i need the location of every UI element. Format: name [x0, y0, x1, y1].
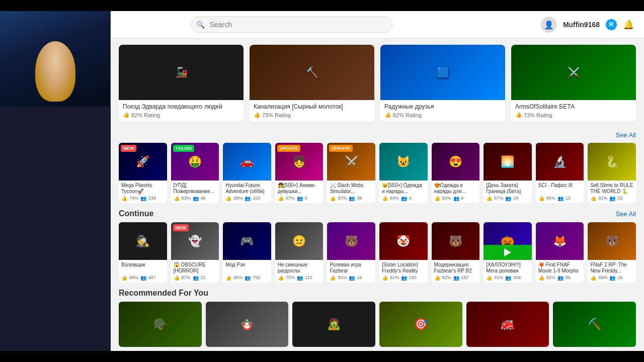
featured-game-card[interactable]: 🌅 [День Заката] Граница (Бета) 👍 57% 👥 2… — [484, 143, 532, 203]
player-count: 197 — [461, 275, 469, 281]
player-icon: 👥 — [401, 275, 407, 281]
game-info: Mega Planets Tycoon🚀[НОВОЙ] 👍 74% 👥 239 — [119, 180, 167, 203]
rating-up-icon: 👍 — [382, 196, 388, 201]
continue-game-card[interactable]: 🕵️ Взломщик 👍 89% 👥 487 — [119, 222, 167, 283]
continue-see-all[interactable]: See All — [616, 210, 636, 218]
game-title: 👧[500+] Аниме-девушки... — [278, 183, 321, 195]
continue-game-card[interactable]: 🎮 Мод Рэя 👍 88% 👥 702 — [223, 222, 271, 283]
featured-game-card[interactable]: 🐍 Sell Slime to RULE THE WORLD 🐍 👍 91% 👥… — [588, 143, 636, 203]
recommended-game-card[interactable]: 🧟 — [292, 302, 375, 347]
featured-game-card[interactable]: 🚗 Hyundai Future Adventure (обби) 👍 88% … — [223, 143, 271, 203]
game-thumbnail: NEW 🚀 — [119, 143, 167, 180]
game-thumbnail: UPDATE 👧 — [275, 143, 324, 180]
player-count: 6 — [461, 196, 464, 201]
rating-value: 88% — [233, 275, 243, 281]
featured-game-card[interactable]: 😺 😺[550+] Одежда и наряды... 👍 64% 👥 4 — [379, 143, 428, 203]
player-icon: 👥 — [557, 196, 564, 201]
rating-value: 69% — [598, 275, 607, 281]
featured-section-header: See All — [119, 131, 636, 139]
play-button[interactable] — [484, 245, 532, 260]
recommended-game-card[interactable]: 🚒 — [466, 302, 549, 347]
featured-game-card[interactable]: 😍 😍Одежда и наряды для... 👍 50% 👥 6 — [432, 143, 480, 203]
game-info: Взломщик 👍 89% 👥 487 — [119, 260, 167, 283]
recommended-game-card[interactable]: 🪖 — [119, 302, 202, 347]
game-thumbnail: 🐍 — [588, 143, 636, 180]
bell-icon[interactable]: 🔔 — [623, 19, 634, 30]
rating-value: 74% — [129, 196, 138, 201]
player-icon: 👥 — [297, 196, 303, 201]
top-game-card[interactable]: 🔨 Канализация [Сырный молоток] 👍 73% Rat… — [250, 45, 374, 121]
recommended-game-card[interactable]: ⛏️ — [553, 302, 636, 347]
game-title: ArmsOfSolitaire БЕТА — [515, 103, 632, 110]
game-title: Модернизация Fazbear's RP B2 — [434, 262, 477, 274]
rating-up-icon: 👍 — [590, 196, 596, 201]
game-meta: 👍 87% 👥 21 — [174, 275, 217, 281]
featured-game-card[interactable]: UPDATE 👧 👧[500+] Аниме-девушки... 👍 67% … — [275, 143, 324, 203]
featured-game-card[interactable]: UPDATE ⚔️ ⚔️ Slash Mobs Simulator... 👍 8… — [327, 143, 375, 203]
game-meta: 👍 89% 👥 487 — [121, 275, 165, 281]
featured-game-card[interactable]: 🔬 SCI - Пафос III 👍 66% 👥 13 — [536, 143, 584, 203]
player-count: 4 — [409, 196, 412, 201]
rating-up-icon: 👍 — [174, 196, 180, 201]
game-meta: 👍 83% 👥 46 — [174, 196, 217, 201]
top-game-card[interactable]: 🟦 Радужные друзья 👍 82% Rating — [380, 45, 505, 121]
game-meta: 👍 67% 👥 0 — [278, 196, 321, 201]
game-thumbnail: ⚔️ — [511, 45, 636, 100]
game-meta: 👍 69% 👥 16 — [590, 275, 633, 281]
top-game-card[interactable]: ⚔️ ArmsOfSolitaire БЕТА 👍 73% Rating — [511, 45, 636, 121]
featured-game-card[interactable]: +10,000 🤑 [УПД] Пожертвование... 👍 83% 👥… — [171, 143, 219, 203]
recommended-game-card[interactable]: 🪆 — [206, 302, 289, 347]
game-title: 🦊 Find FNAF Movie 1-9 Morphs — [538, 262, 582, 274]
continue-game-card[interactable]: 🎃 [ХАЛЛОУЭН!!!] Мега ролевая игра... 👍 9… — [484, 222, 532, 283]
game-thumbnail: 🎮 — [223, 222, 271, 260]
robux-icon[interactable]: R — [606, 19, 617, 30]
continue-game-card[interactable]: 🐻 Модернизация Fazbear's RP B2 👍 92% 👥 1… — [432, 222, 480, 283]
game-title: Мод Рэя — [225, 262, 269, 274]
featured-game-card[interactable]: NEW 🚀 Mega Planets Tycoon🚀[НОВОЙ] 👍 74% … — [119, 143, 167, 203]
game-badge: NEW — [173, 224, 189, 231]
continue-game-card[interactable]: 🦊 🦊 Find FNAF Movie 1-9 Morphs 👍 82% 👥 8… — [536, 222, 584, 283]
player-icon: 👥 — [245, 196, 251, 201]
game-info: ⚔️ Slash Mobs Simulator... 👍 87% 👥 38 — [327, 180, 375, 203]
rating-up-icon: 👍 — [434, 275, 440, 281]
game-title: [ХАЛЛОУЭН!!!] Мега ролевая игра... — [486, 262, 529, 274]
continue-game-card[interactable]: 🐻 Ролевая игра Fazbear 👍 91% 👥 16 — [327, 222, 375, 283]
rating-value: 91% — [494, 275, 503, 281]
game-thumbnail: UPDATE ⚔️ — [327, 143, 375, 180]
rating-value: 91% — [598, 196, 607, 201]
game-meta: 👍 88% 👥 702 — [225, 275, 269, 281]
recommended-game-card[interactable]: 🎯 — [379, 302, 462, 347]
continue-game-card[interactable]: 😐 Не смешные рагдоллы 👍 75% 👥 112 — [275, 222, 324, 283]
featured-see-all[interactable]: See All — [616, 131, 636, 139]
game-badge: NEW — [121, 145, 136, 152]
username: Muffin9168 — [563, 21, 600, 29]
game-thumbnail: 🟦 — [380, 45, 505, 100]
rating-up-icon: 👍 — [278, 275, 284, 281]
webcam-person — [0, 11, 110, 107]
game-badge: +10,000 — [173, 145, 195, 152]
continue-title: Continue — [119, 209, 153, 218]
game-rating: 👍 82% Rating — [123, 112, 239, 118]
rating-value: 88% — [233, 196, 243, 201]
game-info: 🦊 Find FNAF Movie 1-9 Morphs 👍 82% 👥 89 — [536, 260, 584, 283]
game-info: Мод Рэя 👍 88% 👥 702 — [223, 260, 271, 283]
rating-thumbs-icon: 👍 — [254, 112, 261, 118]
game-info: Не смешные рагдоллы 👍 75% 👥 112 — [275, 260, 324, 283]
game-title: 😱 OBSCURE [HORROR] — [174, 262, 217, 274]
game-thumbnail: 🚂 — [119, 45, 244, 100]
continue-game-card[interactable]: 🐻 FNaF 2 RP: The New Freddy... 👍 69% 👥 1… — [588, 222, 636, 283]
game-thumbnail: 🧟 — [292, 302, 375, 347]
game-title: [УПД] Пожертвование... — [174, 183, 217, 195]
search-input[interactable] — [191, 16, 392, 33]
top-game-card[interactable]: 🚂 Поезд Эдварда поедающего людей 👍 82% R… — [119, 45, 244, 121]
game-meta: 👍 81% 👥 165 — [382, 275, 425, 281]
player-icon: 👥 — [140, 196, 146, 201]
continue-game-card[interactable]: NEW 👻 😱 OBSCURE [HORROR] 👍 87% 👥 21 — [171, 222, 219, 283]
rating-value: 92% — [442, 275, 451, 281]
game-rating: 👍 73% Rating — [254, 112, 370, 118]
continue-game-card[interactable]: 🤡 [Sister Location] Freddy's Reality 👍 8… — [379, 222, 428, 283]
rating-value: 50% — [442, 196, 451, 201]
game-info: Радужные друзья 👍 82% Rating — [380, 100, 505, 121]
game-badge: UPDATE — [329, 145, 352, 152]
player-count: 487 — [148, 275, 156, 281]
